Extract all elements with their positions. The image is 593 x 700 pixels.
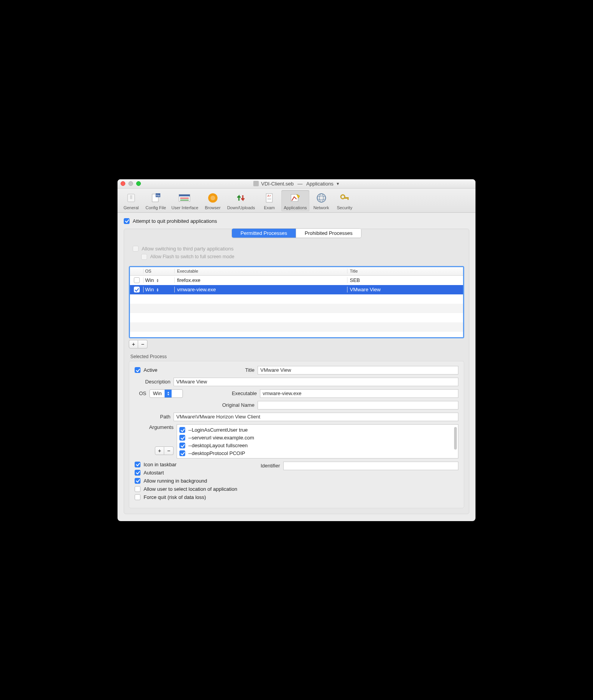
- security-icon: [338, 191, 351, 205]
- apps-icon: [289, 191, 302, 205]
- original-name-input[interactable]: [258, 401, 458, 410]
- tab-applications[interactable]: Applications: [281, 190, 309, 212]
- titlebar: VDI-Client.seb — Applications ▼: [118, 179, 475, 189]
- path-input[interactable]: [174, 413, 458, 421]
- processes-table: OS Executable Title Win▲▼ firefox.exe SE…: [129, 266, 464, 338]
- window-title: VDI-Client.seb — Applications ▼: [118, 181, 475, 187]
- arg-checkbox[interactable]: [179, 427, 185, 433]
- description-input[interactable]: [174, 378, 458, 386]
- os-select[interactable]: Win ▲▼: [149, 389, 183, 398]
- row-exe: vmware-view.exe: [174, 287, 347, 292]
- tab-security[interactable]: Security: [333, 190, 356, 212]
- arg-checkbox[interactable]: [179, 435, 185, 441]
- content: Attempt to quit prohibited applications …: [118, 213, 475, 521]
- add-row-button[interactable]: +: [129, 340, 138, 348]
- tab-label: Network: [313, 205, 329, 210]
- allow-switch-checkbox: [133, 246, 139, 252]
- tab-network[interactable]: Network: [310, 190, 333, 212]
- arg-text: --serverurl view.example.com: [188, 435, 254, 441]
- allow-bg-checkbox[interactable]: [135, 478, 140, 484]
- stepper-icon[interactable]: ▲▼: [156, 278, 159, 282]
- tab-prohibited-processes[interactable]: Prohibited Processes: [296, 229, 361, 238]
- args-add-remove: + −: [155, 446, 174, 455]
- tab-label: General: [123, 205, 139, 210]
- table-row[interactable]: Win▲▼ firefox.exe SEB: [130, 276, 463, 285]
- allow-bg-label: Allow running in background: [144, 478, 207, 484]
- tab-label: Down/Uploads: [227, 205, 255, 210]
- svg-rect-1: [130, 195, 132, 199]
- autostart-checkbox[interactable]: [135, 470, 140, 476]
- svg-rect-21: [347, 197, 349, 200]
- allow-flash-checkbox: [141, 254, 147, 260]
- svg-point-16: [317, 194, 326, 202]
- executable-label: Executable: [186, 390, 257, 396]
- title-input[interactable]: [258, 366, 458, 374]
- arg-checkbox[interactable]: [179, 443, 185, 448]
- scrollbar[interactable]: [454, 427, 457, 450]
- executable-input[interactable]: [260, 389, 458, 398]
- tab-general[interactable]: General: [120, 190, 142, 212]
- ui-icon: [178, 191, 191, 205]
- tab-label: Config File: [146, 205, 166, 210]
- row-exe: firefox.exe: [174, 277, 347, 283]
- chevron-updown-icon: ▲▼: [165, 390, 172, 397]
- path-label: Path: [135, 414, 170, 420]
- remove-row-button[interactable]: −: [138, 340, 147, 348]
- row-os: Win: [145, 277, 154, 283]
- tab-exam[interactable]: A+ Exam: [258, 190, 281, 212]
- active-checkbox[interactable]: [135, 367, 140, 373]
- table-row[interactable]: Win▲▼ vmware-view.exe VMware View: [130, 285, 463, 294]
- allow-loc-checkbox[interactable]: [135, 486, 140, 492]
- description-label: Description: [135, 379, 170, 385]
- exam-icon: A+: [263, 191, 276, 205]
- arg-text: --desktopProtocol PCOIP: [188, 450, 245, 456]
- tab-config-file[interactable]: File Config File: [143, 190, 168, 212]
- processes-panel: Permitted Processes Prohibited Processes…: [124, 229, 469, 514]
- arguments-box[interactable]: --LoginAsCurrentUser true --serverurl vi…: [177, 424, 458, 458]
- tab-browser[interactable]: Browser: [202, 190, 224, 212]
- tab-user-interface[interactable]: User Interface: [169, 190, 201, 212]
- svg-rect-6: [179, 194, 190, 196]
- tab-label: Browser: [205, 205, 221, 210]
- allow-switch-row: Allow switching to third party applicati…: [133, 246, 462, 252]
- col-executable[interactable]: Executable: [174, 269, 347, 273]
- allow-loc-label: Allow user to select location of applica…: [144, 486, 237, 492]
- add-arg-button[interactable]: +: [155, 446, 164, 455]
- remove-arg-button[interactable]: −: [164, 446, 174, 455]
- tab-label: Security: [337, 205, 353, 210]
- chevron-down-icon[interactable]: ▼: [336, 182, 340, 186]
- sub-options: Allow switching to third party applicati…: [129, 239, 464, 266]
- autostart-label: Autostart: [144, 470, 164, 476]
- svg-text:File: File: [156, 194, 160, 197]
- processes-segmented: Permitted Processes Prohibited Processes: [232, 228, 361, 238]
- icon-taskbar-label: Icon in taskbar: [144, 462, 177, 467]
- network-icon: [315, 191, 328, 205]
- arg-text: --LoginAsCurrentUser true: [188, 427, 247, 433]
- os-label: OS: [135, 390, 146, 396]
- icon-taskbar-checkbox[interactable]: [135, 462, 140, 467]
- col-os[interactable]: OS: [143, 269, 174, 273]
- svg-point-18: [319, 194, 323, 202]
- file-icon: File: [149, 191, 162, 205]
- document-icon: [253, 181, 259, 186]
- attempt-quit-label: Attempt to quit prohibited applications: [133, 218, 217, 224]
- col-title[interactable]: Title: [347, 269, 456, 273]
- identifier-input[interactable]: [283, 462, 458, 470]
- arg-checkbox[interactable]: [179, 450, 185, 456]
- row-title: VMware View: [347, 287, 456, 292]
- row-checkbox[interactable]: [134, 287, 140, 292]
- tab-permitted-processes[interactable]: Permitted Processes: [232, 229, 296, 238]
- row-checkbox[interactable]: [134, 277, 140, 283]
- force-quit-checkbox[interactable]: [135, 494, 140, 500]
- svg-rect-8: [180, 200, 189, 201]
- toolbar: General File Config File User Interface …: [118, 189, 475, 213]
- attempt-quit-checkbox[interactable]: [124, 218, 130, 224]
- stepper-icon[interactable]: ▲▼: [156, 288, 159, 292]
- tab-down-uploads[interactable]: Down/Uploads: [225, 190, 258, 212]
- row-title: SEB: [347, 277, 456, 283]
- attempt-quit-row[interactable]: Attempt to quit prohibited applications: [124, 218, 469, 224]
- title-label: Title: [223, 367, 254, 373]
- identifier-label: Identifier: [261, 463, 280, 469]
- title-sep: —: [296, 181, 304, 187]
- svg-point-10: [211, 196, 215, 200]
